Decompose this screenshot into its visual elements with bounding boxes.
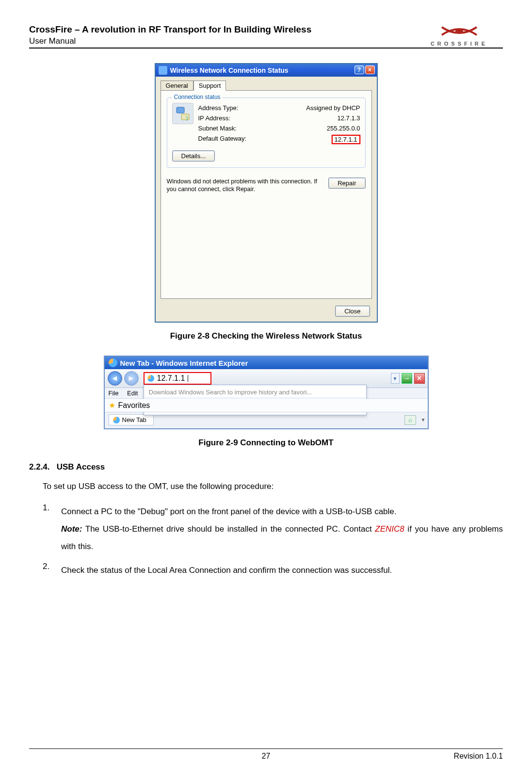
star-icon: ★ xyxy=(109,401,115,410)
close-button[interactable]: Close xyxy=(335,306,370,317)
text-cursor xyxy=(188,375,188,382)
section-intro: To set up USB access to the OMT, use the… xyxy=(43,479,503,494)
forward-button[interactable]: ► xyxy=(124,371,139,386)
connection-status-group: Connection status ) Address Type:Assigne… xyxy=(167,98,366,168)
dropdown-hint[interactable]: Download Windows Search to improve histo… xyxy=(144,387,366,397)
group-legend: Connection status xyxy=(172,94,223,100)
repair-button[interactable]: Repair xyxy=(328,178,365,189)
dialog-title: Wireless Network Connection Status xyxy=(170,66,289,74)
stop-button[interactable]: × xyxy=(414,373,425,384)
go-button[interactable]: → xyxy=(402,373,412,384)
tab-label: New Tab xyxy=(122,416,146,423)
address-bar[interactable]: 12.7.1.1 xyxy=(144,372,211,385)
svg-rect-2 xyxy=(181,114,189,120)
svg-point-0 xyxy=(455,29,463,33)
item-2-text: Check the status of the Local Area Conne… xyxy=(61,562,503,579)
address-value: 12.7.1.1 xyxy=(157,374,185,383)
mask-value: 255.255.0.0 xyxy=(327,125,360,132)
ie-browser-window: New Tab - Windows Internet Explorer ◄ ► … xyxy=(104,356,429,429)
gateway-label: Default Gateway: xyxy=(198,135,247,144)
favorites-bar: ★ Favorites xyxy=(105,399,428,412)
wireless-icon xyxy=(159,66,167,75)
details-button[interactable]: Details... xyxy=(172,150,215,162)
list-item: 1. Connect a PC to the "Debug" port on t… xyxy=(43,503,503,555)
tab-icon xyxy=(113,417,120,423)
page-icon xyxy=(147,375,154,382)
revision: Revision 1.0.1 xyxy=(454,752,503,761)
addr-type-label: Address Type: xyxy=(198,104,239,112)
logo-text: CROSSFIRE xyxy=(416,41,503,47)
repair-message: Windows did not detect problems with thi… xyxy=(167,178,322,194)
ie-icon xyxy=(109,358,117,367)
page-header: CrossFire – A revolution in RF Transport… xyxy=(29,24,503,49)
page-footer: 27 Revision 1.0.1 xyxy=(29,748,503,761)
doc-title: CrossFire – A revolution in RF Transport… xyxy=(29,24,416,35)
svg-text:): ) xyxy=(186,115,188,121)
svg-rect-1 xyxy=(177,107,184,113)
item-1-note: Note: The USB-to-Ethernet drive should b… xyxy=(61,520,503,555)
dialog-titlebar: Wireless Network Connection Status ? × xyxy=(156,64,377,77)
gateway-value: 12.7.1.1 xyxy=(332,135,360,144)
back-button[interactable]: ◄ xyxy=(108,371,122,386)
figure-caption-2-9: Figure 2-9 Connecting to WebOMT xyxy=(29,438,503,448)
network-icon: ) xyxy=(172,103,193,124)
address-dropdown-button[interactable]: ▼ xyxy=(391,373,400,384)
logo: CROSSFIRE xyxy=(416,21,503,47)
addr-type-value: Assigned by DHCP xyxy=(306,104,360,112)
browser-titlebar: New Tab - Windows Internet Explorer xyxy=(105,357,428,369)
browser-title: New Tab - Windows Internet Explorer xyxy=(120,359,248,367)
mask-label: Subnet Mask: xyxy=(198,125,237,132)
doc-subtitle: User Manual xyxy=(29,36,416,46)
item-1-text: Connect a PC to the "Debug" port on the … xyxy=(61,503,503,520)
tab-general[interactable]: General xyxy=(161,81,193,91)
menu-file[interactable]: File xyxy=(109,390,119,397)
section-heading: 2.2.4. USB Access xyxy=(29,462,503,472)
figure-caption-2-8: Figure 2-8 Checking the Wireless Network… xyxy=(29,331,503,341)
page-number: 27 xyxy=(262,752,271,761)
close-icon[interactable]: × xyxy=(365,65,375,74)
tab-support[interactable]: Support xyxy=(193,81,226,91)
help-button[interactable]: ? xyxy=(355,65,364,74)
ip-value: 12.7.1.3 xyxy=(338,114,360,122)
chevron-down-icon[interactable]: ▼ xyxy=(421,417,426,422)
favorites-label[interactable]: Favorites xyxy=(118,401,150,410)
ip-label: IP Address: xyxy=(198,114,230,122)
wireless-status-dialog: Wireless Network Connection Status ? × G… xyxy=(155,63,378,323)
browser-tab[interactable]: New Tab xyxy=(109,414,154,425)
crossfire-logo-icon xyxy=(440,21,479,41)
list-item: 2. Check the status of the Local Area Co… xyxy=(43,562,503,579)
menu-edit[interactable]: Edit xyxy=(127,390,138,397)
home-button[interactable]: ⌂ xyxy=(404,415,416,425)
